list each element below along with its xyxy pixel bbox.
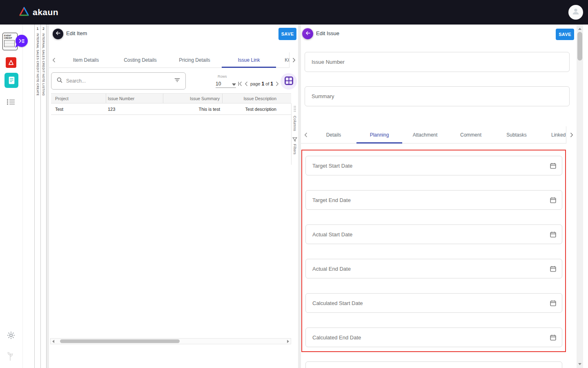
next-page-button[interactable] [276,81,279,86]
tab-attachment[interactable]: Attachment [402,126,448,143]
summary-field[interactable]: Summary [305,86,570,106]
tabs-scroll-left-button[interactable] [49,52,59,67]
tab-planning[interactable]: Planning [356,126,402,143]
event-credit-app-label: EVENT CREDIT [4,34,16,39]
filter-funnel-icon[interactable] [292,137,297,142]
module-tab-label: INTERNAL SALES CREDIT NOTE CREATE [36,33,39,96]
brand-logo[interactable]: akaun [19,7,58,18]
vertical-scrollbar[interactable] [577,25,583,368]
calendar-icon[interactable] [550,162,557,169]
module-tab-credit-note-create[interactable]: 1 INTERNAL SALES CREDIT NOTE CREATE [34,25,40,368]
save-button[interactable]: SAVE [278,28,296,40]
arrow-left-icon [55,30,61,38]
scroll-right-button[interactable] [285,339,291,344]
brand-name: akaun [33,7,58,17]
summary-label: Summary [305,93,569,99]
target-start-date-label: Target Start Date [306,163,550,169]
target-end-date-field[interactable]: Target End Date [305,190,562,210]
tab-issue-link[interactable]: Issue Link [222,52,276,67]
rows-per-page-value: 10 [216,81,221,87]
calendar-icon[interactable] [550,197,557,204]
page-indicator: page 1 of 1 [250,81,273,87]
cell-project: Test [51,107,106,112]
issue-number-field[interactable]: Issue Number [305,52,570,72]
arrow-left-icon [305,30,311,38]
tab-pricing-details[interactable]: Pricing Details [167,52,222,67]
module-tab-strip: 1 INTERNAL SALES CREDIT NOTE CREATE 2 IN… [34,25,47,368]
calculated-start-date-field[interactable]: Calculated Start Date [305,293,562,313]
table-side-strip: Columns Filters [291,103,298,165]
columns-strip-button[interactable]: Columns [293,116,297,131]
first-page-button[interactable] [238,81,242,86]
calendar-icon[interactable] [550,334,557,341]
panel-divider [298,25,301,368]
search-input[interactable] [66,78,171,84]
issue-tabbar: Details Planning Attachment Comment Subt… [301,126,577,144]
triangle-down-icon [578,363,581,365]
target-start-date-field[interactable]: Target Start Date [305,156,562,175]
calculated-end-date-label: Calculated End Date [306,334,550,341]
settings-gear-icon[interactable] [7,331,15,341]
column-header-issue-description[interactable]: Issue Description [223,94,291,103]
topbar: akaun [0,0,588,25]
previous-page-button[interactable] [245,81,248,86]
scroll-up-button[interactable] [577,26,583,31]
akaun-logo-icon [19,7,29,18]
back-button[interactable] [53,29,63,39]
dashboard-grid-icon [285,76,293,87]
tabs-scroll-right-button[interactable] [289,52,298,68]
page-total: 1 [270,81,273,87]
tabs-scroll-right-button[interactable] [566,126,577,144]
column-header-issue-summary[interactable]: Issue Summary [163,94,223,103]
edit-item-panel: Edit Item SAVE Item Details Costing Deta… [49,25,298,368]
list-icon[interactable] [7,99,15,107]
rows-per-page-select[interactable]: 10 [216,80,236,88]
tab-details[interactable]: Details [311,126,356,143]
document-app-icon[interactable] [4,73,18,88]
tab-item-details[interactable]: Item Details [59,52,113,67]
app-rail: EVENT CREDIT [0,25,23,368]
module-tab-label: INTERNAL SALES CREDIT NOTE LISTING [42,33,45,96]
calculated-end-date-field[interactable]: Calculated End Date [305,328,562,347]
calendar-icon[interactable] [550,265,557,272]
pdf-icon[interactable] [6,57,16,68]
scroll-left-button[interactable] [51,339,56,344]
console-bubble-icon[interactable] [16,35,28,47]
table-row[interactable]: Test 123 This is test Test description [51,103,291,115]
cell-issue-summary: This is test [163,107,223,112]
scroll-down-button[interactable] [577,361,583,366]
date-field-partial[interactable] [305,361,562,368]
tabs-scroll-left-button[interactable] [301,126,311,143]
calendar-icon[interactable] [550,231,557,238]
rows-per-page-label: Rows [218,74,227,79]
user-avatar[interactable] [568,5,583,20]
decorative-plant-icon [7,351,14,363]
filters-strip-button[interactable]: Filters [293,144,297,155]
drag-handle-icon[interactable] [293,105,296,114]
triangle-left-icon [52,340,54,343]
tab-costing-details[interactable]: Costing Details [113,52,167,67]
page-title: Edit Issue [316,30,339,36]
calendar-icon[interactable] [550,300,557,307]
actual-end-date-field[interactable]: Actual End Date [305,259,562,278]
filter-list-icon[interactable] [174,77,180,85]
module-tab-credit-note-listing[interactable]: 2 INTERNAL SALES CREDIT NOTE LISTING [40,25,47,368]
back-button[interactable] [302,28,313,39]
module-tab-number: 1 [36,27,38,31]
horizontal-scrollbar-track[interactable] [56,339,285,344]
triangle-right-icon [287,340,289,343]
tab-subtasks[interactable]: Subtasks [494,126,539,143]
triangle-up-icon [578,28,581,30]
column-header-issue-number[interactable]: Issue Number [106,94,163,103]
person-icon [571,7,580,18]
search-box [51,72,186,90]
vertical-scrollbar-thumb[interactable] [577,32,582,61]
save-button[interactable]: SAVE [556,29,574,40]
grid-view-button[interactable] [281,73,297,90]
item-tabbar: Item Details Costing Details Pricing Det… [49,52,298,68]
actual-start-date-field[interactable]: Actual Start Date [305,224,562,244]
tab-comment[interactable]: Comment [448,126,494,143]
column-header-project[interactable]: Project [51,94,106,103]
pagination: page 1 of 1 [238,80,285,88]
horizontal-scrollbar-thumb[interactable] [60,339,180,343]
